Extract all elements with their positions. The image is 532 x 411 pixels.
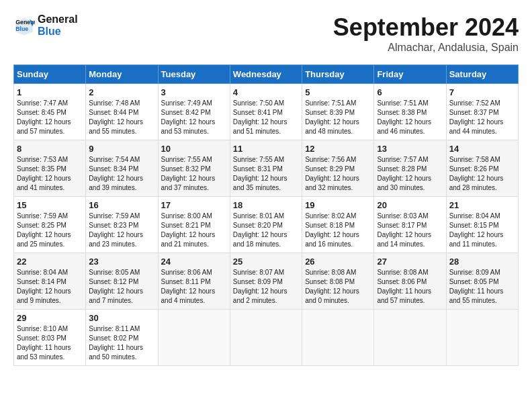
day-number: 21 xyxy=(449,200,515,210)
day-info: Sunrise: 7:59 AMSunset: 8:25 PMDaylight:… xyxy=(17,212,83,249)
col-header-monday: Monday xyxy=(86,65,158,84)
day-info: Sunrise: 7:48 AMSunset: 8:44 PMDaylight:… xyxy=(89,99,154,136)
day-info: Sunrise: 7:54 AMSunset: 8:34 PMDaylight:… xyxy=(89,155,154,193)
col-header-wednesday: Wednesday xyxy=(230,65,302,84)
day-number: 16 xyxy=(89,200,154,210)
calendar-cell: 29 Sunrise: 8:10 AMSunset: 8:03 PMDaylig… xyxy=(14,310,86,366)
day-info: Sunrise: 8:10 AMSunset: 8:03 PMDaylight:… xyxy=(17,324,83,362)
calendar-cell: 24 Sunrise: 8:06 AMSunset: 8:11 PMDaylig… xyxy=(158,253,230,310)
day-number: 28 xyxy=(449,257,515,267)
location-title: Almachar, Andalusia, Spain xyxy=(333,42,519,54)
calendar-week-5: 29 Sunrise: 8:10 AMSunset: 8:03 PMDaylig… xyxy=(14,310,519,366)
calendar-cell: 19 Sunrise: 8:02 AMSunset: 8:18 PMDaylig… xyxy=(302,197,374,253)
day-number: 6 xyxy=(377,87,443,97)
day-info: Sunrise: 7:57 AMSunset: 8:28 PMDaylight:… xyxy=(377,155,443,193)
calendar-cell: 4 Sunrise: 7:50 AMSunset: 8:41 PMDayligh… xyxy=(230,84,302,140)
day-info: Sunrise: 7:51 AMSunset: 8:39 PMDaylight:… xyxy=(305,99,371,136)
day-info: Sunrise: 8:01 AMSunset: 8:20 PMDaylight:… xyxy=(233,212,299,249)
day-info: Sunrise: 7:51 AMSunset: 8:38 PMDaylight:… xyxy=(377,99,443,136)
day-info: Sunrise: 8:07 AMSunset: 8:09 PMDaylight:… xyxy=(233,268,299,306)
calendar-header-row: SundayMondayTuesdayWednesdayThursdayFrid… xyxy=(14,65,519,84)
calendar-cell: 25 Sunrise: 8:07 AMSunset: 8:09 PMDaylig… xyxy=(230,253,302,310)
calendar-week-4: 22 Sunrise: 8:04 AMSunset: 8:14 PMDaylig… xyxy=(14,253,519,310)
day-info: Sunrise: 8:06 AMSunset: 8:11 PMDaylight:… xyxy=(161,268,227,306)
calendar-cell: 26 Sunrise: 8:08 AMSunset: 8:08 PMDaylig… xyxy=(302,253,374,310)
day-info: Sunrise: 7:50 AMSunset: 8:41 PMDaylight:… xyxy=(233,99,299,136)
day-number: 8 xyxy=(17,144,83,154)
day-number: 25 xyxy=(233,257,299,267)
day-number: 4 xyxy=(233,87,299,97)
logo-text-blue: Blue xyxy=(38,26,78,38)
col-header-tuesday: Tuesday xyxy=(158,65,230,84)
day-info: Sunrise: 8:08 AMSunset: 8:06 PMDaylight:… xyxy=(377,268,443,306)
day-number: 20 xyxy=(377,200,443,210)
calendar-cell: 3 Sunrise: 7:49 AMSunset: 8:42 PMDayligh… xyxy=(158,84,230,140)
calendar-cell: 12 Sunrise: 7:56 AMSunset: 8:29 PMDaylig… xyxy=(302,140,374,197)
calendar-body: 1 Sunrise: 7:47 AMSunset: 8:45 PMDayligh… xyxy=(14,84,519,366)
day-info: Sunrise: 7:47 AMSunset: 8:45 PMDaylight:… xyxy=(17,99,83,136)
day-number: 3 xyxy=(161,87,227,97)
day-number: 15 xyxy=(17,200,83,210)
day-info: Sunrise: 8:05 AMSunset: 8:12 PMDaylight:… xyxy=(89,268,154,306)
day-number: 22 xyxy=(17,257,83,267)
day-info: Sunrise: 8:00 AMSunset: 8:21 PMDaylight:… xyxy=(161,212,227,249)
day-number: 7 xyxy=(449,87,515,97)
svg-text:Blue: Blue xyxy=(15,26,28,32)
calendar-cell xyxy=(374,310,446,366)
day-number: 11 xyxy=(233,144,299,154)
day-number: 9 xyxy=(89,144,154,154)
logo-text-general: General xyxy=(38,13,78,26)
calendar-week-1: 1 Sunrise: 7:47 AMSunset: 8:45 PMDayligh… xyxy=(14,84,519,140)
calendar-cell: 23 Sunrise: 8:05 AMSunset: 8:12 PMDaylig… xyxy=(86,253,158,310)
day-number: 5 xyxy=(305,87,371,97)
calendar-cell: 20 Sunrise: 8:03 AMSunset: 8:17 PMDaylig… xyxy=(374,197,446,253)
calendar-week-2: 8 Sunrise: 7:53 AMSunset: 8:35 PMDayligh… xyxy=(14,140,519,197)
day-number: 26 xyxy=(305,257,371,267)
calendar-cell: 22 Sunrise: 8:04 AMSunset: 8:14 PMDaylig… xyxy=(14,253,86,310)
day-info: Sunrise: 7:56 AMSunset: 8:29 PMDaylight:… xyxy=(305,155,371,193)
calendar-cell: 2 Sunrise: 7:48 AMSunset: 8:44 PMDayligh… xyxy=(86,84,158,140)
day-info: Sunrise: 8:04 AMSunset: 8:14 PMDaylight:… xyxy=(17,268,83,306)
calendar-cell: 27 Sunrise: 8:08 AMSunset: 8:06 PMDaylig… xyxy=(374,253,446,310)
day-info: Sunrise: 8:02 AMSunset: 8:18 PMDaylight:… xyxy=(305,212,371,249)
header: General Blue General Blue September 2024… xyxy=(13,13,519,54)
day-info: Sunrise: 7:59 AMSunset: 8:23 PMDaylight:… xyxy=(89,212,154,249)
day-info: Sunrise: 8:08 AMSunset: 8:08 PMDaylight:… xyxy=(305,268,371,306)
calendar-cell xyxy=(446,310,518,366)
day-info: Sunrise: 8:04 AMSunset: 8:15 PMDaylight:… xyxy=(449,212,515,249)
day-number: 13 xyxy=(377,144,443,154)
calendar-table: SundayMondayTuesdayWednesdayThursdayFrid… xyxy=(13,64,519,366)
calendar-cell xyxy=(158,310,230,366)
calendar-cell xyxy=(302,310,374,366)
calendar-cell: 9 Sunrise: 7:54 AMSunset: 8:34 PMDayligh… xyxy=(86,140,158,197)
day-info: Sunrise: 7:49 AMSunset: 8:42 PMDaylight:… xyxy=(161,99,227,136)
day-number: 12 xyxy=(305,144,371,154)
title-area: September 2024 Almachar, Andalusia, Spai… xyxy=(333,13,519,54)
day-info: Sunrise: 8:03 AMSunset: 8:17 PMDaylight:… xyxy=(377,212,443,249)
calendar-cell: 16 Sunrise: 7:59 AMSunset: 8:23 PMDaylig… xyxy=(86,197,158,253)
calendar-cell: 21 Sunrise: 8:04 AMSunset: 8:15 PMDaylig… xyxy=(446,197,518,253)
day-info: Sunrise: 7:58 AMSunset: 8:26 PMDaylight:… xyxy=(449,155,515,193)
day-number: 19 xyxy=(305,200,371,210)
day-number: 10 xyxy=(161,144,227,154)
calendar-cell: 28 Sunrise: 8:09 AMSunset: 8:05 PMDaylig… xyxy=(446,253,518,310)
calendar-cell: 17 Sunrise: 8:00 AMSunset: 8:21 PMDaylig… xyxy=(158,197,230,253)
day-number: 30 xyxy=(89,313,154,323)
calendar-cell: 13 Sunrise: 7:57 AMSunset: 8:28 PMDaylig… xyxy=(374,140,446,197)
month-title: September 2024 xyxy=(333,13,519,42)
day-info: Sunrise: 7:55 AMSunset: 8:32 PMDaylight:… xyxy=(161,155,227,193)
calendar-cell: 18 Sunrise: 8:01 AMSunset: 8:20 PMDaylig… xyxy=(230,197,302,253)
day-number: 14 xyxy=(449,144,515,154)
calendar-cell: 15 Sunrise: 7:59 AMSunset: 8:25 PMDaylig… xyxy=(14,197,86,253)
col-header-friday: Friday xyxy=(374,65,446,84)
day-number: 24 xyxy=(161,257,227,267)
logo: General Blue General Blue xyxy=(13,13,78,38)
calendar-cell: 14 Sunrise: 7:58 AMSunset: 8:26 PMDaylig… xyxy=(446,140,518,197)
day-info: Sunrise: 7:53 AMSunset: 8:35 PMDaylight:… xyxy=(17,155,83,193)
calendar-cell: 10 Sunrise: 7:55 AMSunset: 8:32 PMDaylig… xyxy=(158,140,230,197)
calendar-cell: 30 Sunrise: 8:11 AMSunset: 8:02 PMDaylig… xyxy=(86,310,158,366)
day-number: 17 xyxy=(161,200,227,210)
day-number: 29 xyxy=(17,313,83,323)
calendar-cell: 1 Sunrise: 7:47 AMSunset: 8:45 PMDayligh… xyxy=(14,84,86,140)
day-number: 27 xyxy=(377,257,443,267)
